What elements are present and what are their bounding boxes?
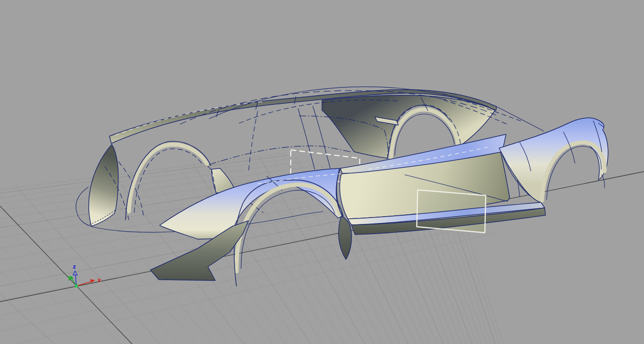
far-rear-edge-line[interactable] (498, 107, 544, 131)
cad-viewport[interactable]: x y z (0, 0, 644, 344)
far-beltline-dashdot-1[interactable] (209, 146, 352, 165)
y-axis-label: y (68, 274, 71, 281)
scene-canvas[interactable]: x y z (0, 0, 644, 344)
far-a-pillar-curve-1[interactable] (298, 109, 315, 169)
axis-gizmo: x y z (68, 264, 101, 287)
far-front-fender-strip-surface[interactable] (89, 144, 118, 226)
grid-line (0, 212, 644, 344)
origin-point (75, 285, 78, 287)
x-axis-label: x (98, 277, 101, 283)
far-front-arch-band[interactable] (129, 144, 207, 212)
z-axis-label: z (73, 264, 76, 270)
near-sill-front-cowl[interactable] (339, 216, 351, 259)
